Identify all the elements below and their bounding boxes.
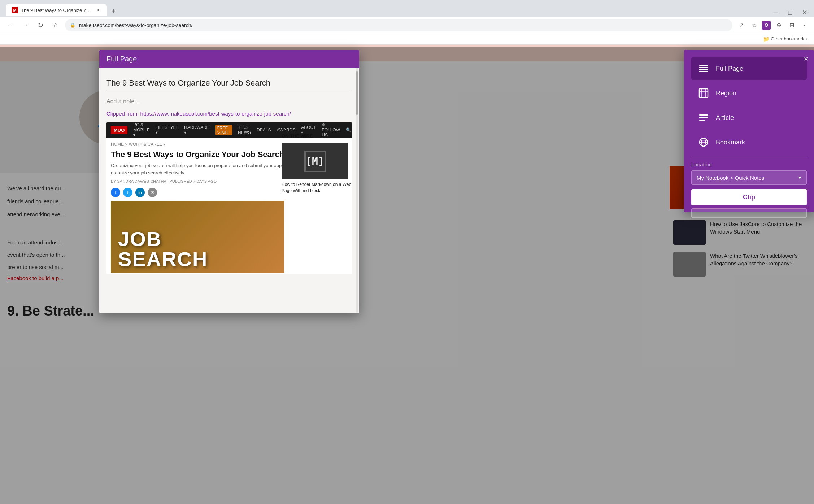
location-label: Location (691, 161, 807, 168)
tab-close-button[interactable]: × (95, 7, 101, 13)
muo-logo: MUO (111, 126, 127, 134)
bookmark-icon (697, 136, 710, 149)
on-the-wire-section: ON THE WIRE [M] How to Render Markdown o… (282, 133, 352, 194)
location-value: My Notebook > Quick Notes (697, 175, 764, 181)
menu-icon[interactable]: ⋮ (800, 20, 810, 30)
modal-scrollbar[interactable] (356, 68, 358, 313)
twitter-share-icon[interactable]: t (123, 188, 132, 197)
bookmark-folder-icon: 📁 (763, 36, 769, 42)
new-tab-button[interactable]: + (108, 6, 118, 16)
security-lock-icon: 🔒 (70, 23, 75, 28)
active-tab[interactable]: M The 9 Best Ways to Organize You... × (6, 4, 107, 16)
cancel-button[interactable] (691, 208, 807, 218)
article-option[interactable]: Article (691, 106, 807, 129)
email-share-icon[interactable]: ✉ (148, 188, 157, 197)
clip-button[interactable]: Clip (691, 189, 807, 205)
office-icon[interactable]: O (762, 21, 771, 30)
clip-modal-body: Clipped from: https://www.makeuseof.com/… (99, 68, 359, 281)
full-page-icon (697, 62, 710, 75)
region-icon (697, 87, 710, 100)
nav-awards: AWARDS (277, 127, 295, 132)
svg-rect-9 (699, 114, 708, 116)
svg-rect-2 (699, 69, 708, 70)
minimize-button[interactable]: ─ (772, 9, 779, 16)
region-option[interactable]: Region (691, 82, 807, 105)
clip-source: Clipped from: https://www.makeuseof.com/… (106, 110, 352, 117)
preview-content: HOME > WORK & CAREER The 9 Best Ways to … (106, 138, 352, 274)
svg-rect-3 (699, 71, 708, 72)
address-input[interactable]: 🔒 makeuseof.com/best-ways-to-organize-jo… (65, 19, 732, 31)
tab-title: The 9 Best Ways to Organize You... (21, 8, 92, 13)
maximize-button[interactable]: □ (787, 9, 794, 16)
reload-button[interactable]: ↻ (35, 19, 46, 31)
svg-rect-1 (699, 67, 708, 68)
job-search-text: JOBSEARCH (118, 229, 208, 269)
edge-sidebar-icon[interactable]: ⊞ (787, 20, 797, 30)
clip-source-url: https://www.makeuseof.com/best-ways-to-o… (140, 110, 291, 117)
tab-favicon: M (12, 7, 18, 13)
location-dropdown[interactable]: My Notebook > Quick Notes ▾ (691, 170, 807, 185)
close-button[interactable]: ✕ (801, 9, 808, 16)
share-icon[interactable]: ↗ (736, 20, 746, 30)
nav-pc-mobile: PC & MOBILE ▾ (133, 122, 149, 138)
linkedin-share-icon[interactable]: in (135, 188, 145, 197)
forward-button[interactable]: → (19, 19, 31, 31)
extensions-icon[interactable]: ⊕ (774, 20, 784, 30)
address-text: makeuseof.com/best-ways-to-organize-job-… (79, 22, 192, 28)
window-controls: ─ □ ✕ (772, 9, 808, 16)
nav-lifestyle: LIFESTYLE ▾ (156, 125, 178, 135)
nav-search: 🔍 (346, 127, 351, 132)
nav-free-stuff: FREE STUFF (215, 125, 232, 135)
clip-note-input[interactable] (106, 97, 352, 106)
clip-modal: Full Page Clipped from: https://www.make… (99, 50, 359, 313)
wire-thumb: [M] (282, 143, 348, 179)
clip-preview-area: MUO PC & MOBILE ▾ LIFESTYLE ▾ HARDWARE ▾… (106, 122, 352, 274)
job-search-image: JOBSEARCH (111, 201, 284, 273)
title-bar: M The 9 Best Ways to Organize You... × +… (0, 0, 814, 17)
clip-modal-title: Full Page (106, 55, 137, 63)
home-button[interactable]: ⌂ (50, 19, 61, 31)
back-button[interactable]: ← (4, 19, 16, 31)
svg-rect-11 (699, 120, 705, 121)
svg-rect-4 (699, 89, 708, 97)
bookmark-option[interactable]: Bookmark (691, 131, 807, 154)
modal-scrollbar-thumb (356, 71, 358, 115)
svg-rect-0 (699, 65, 708, 66)
clip-modal-header: Full Page (99, 50, 359, 68)
bookmark-star-icon[interactable]: ☆ (749, 20, 759, 30)
other-bookmarks-label: Other bookmarks (771, 36, 807, 42)
bookmark-label: Bookmark (716, 139, 745, 146)
panel-close-button[interactable]: × (804, 54, 808, 64)
wire-article-title: How to Render Markdown on a Web Page Wit… (282, 182, 352, 194)
panel-divider (691, 157, 807, 157)
full-page-label: Full Page (716, 65, 743, 73)
facebook-share-icon[interactable]: f (111, 188, 120, 197)
toolbar-icons: ↗ ☆ O ⊕ ⊞ ⋮ (736, 20, 810, 30)
nav-tech-news: TECH NEWS (238, 125, 251, 135)
region-label: Region (716, 90, 736, 97)
full-page-option[interactable]: Full Page (691, 57, 807, 80)
dropdown-chevron-icon: ▾ (798, 174, 801, 181)
clip-source-label: Clipped from: (106, 110, 139, 117)
on-the-wire-title: ON THE WIRE (282, 133, 352, 140)
browser-chrome: M The 9 Best Ways to Organize You... × +… (0, 0, 814, 45)
article-icon (697, 111, 710, 124)
article-label: Article (716, 114, 734, 122)
nav-deals: DEALS (257, 127, 271, 132)
svg-rect-10 (699, 117, 708, 118)
nav-hardware: HARDWARE ▾ (184, 125, 209, 135)
right-panel: × Full Page Region (684, 50, 814, 212)
clip-title-input[interactable] (106, 75, 352, 91)
bookmarks-bar: 📁 Other bookmarks (0, 33, 814, 45)
address-bar: ← → ↻ ⌂ 🔒 makeuseof.com/best-ways-to-org… (0, 17, 814, 33)
other-bookmarks[interactable]: 📁 Other bookmarks (760, 35, 810, 43)
